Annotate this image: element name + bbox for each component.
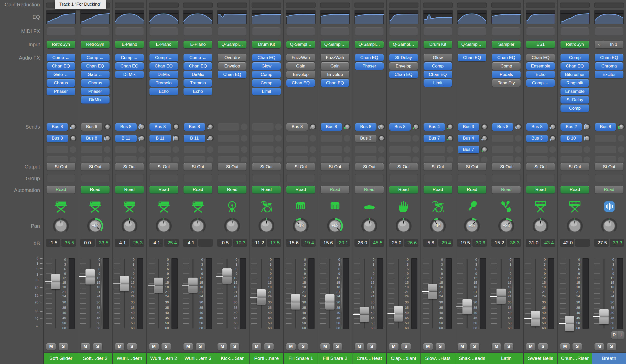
audio-fx-slot-button[interactable]: Chan EQ (424, 71, 452, 78)
audio-fx-slot-button[interactable]: Chorus (47, 79, 75, 87)
send-bus-button[interactable]: Bus 4 (424, 123, 445, 131)
midi-fx-slot[interactable] (595, 27, 623, 36)
track-name-bar[interactable]: Portl…nare (250, 352, 283, 364)
eq-thumbnail[interactable] (46, 10, 76, 24)
fader-db-value[interactable]: -15.2 (491, 239, 506, 247)
send-empty-slot[interactable] (560, 146, 582, 153)
audio-fx-slot-button[interactable]: Comp (252, 71, 281, 78)
send-empty-slot[interactable] (492, 146, 513, 153)
group-slot[interactable] (115, 174, 144, 182)
automation-mode-button[interactable]: Read (424, 186, 452, 194)
automation-mode-button[interactable]: Read (286, 186, 315, 194)
output-button[interactable]: St Out (458, 163, 486, 170)
volume-fader[interactable] (154, 278, 163, 293)
send-empty-slot[interactable] (458, 156, 479, 162)
eq-thumbnail[interactable] (80, 10, 110, 24)
audio-fx-slot-button[interactable]: Comp ← (184, 54, 212, 61)
eq-thumbnail[interactable] (320, 10, 350, 24)
pan-knob[interactable]: +62 (87, 217, 104, 235)
eq-thumbnail[interactable] (526, 10, 555, 24)
audio-fx-slot-button[interactable]: Tremolo (184, 79, 212, 87)
track-name-bar[interactable]: Wurli…dern (113, 352, 146, 364)
input-button[interactable]: RetroSyn (560, 41, 589, 48)
send-empty-slot[interactable] (47, 156, 68, 162)
audio-fx-slot-button[interactable]: Echo (184, 88, 212, 95)
eq-thumbnail[interactable] (286, 10, 316, 24)
send-empty-slot[interactable] (218, 135, 239, 142)
audio-fx-slot-button[interactable]: Chan EQ (355, 54, 384, 61)
pan-knob[interactable]: +17 (463, 217, 481, 235)
audio-fx-slot-button[interactable]: Ensemble (526, 62, 555, 70)
solo-button[interactable]: S (573, 343, 582, 350)
audio-fx-slot-button[interactable]: Phaser (355, 62, 384, 70)
audio-fx-slot-button[interactable]: Comp ← (115, 54, 144, 61)
audio-fx-slot-button[interactable]: Exciter (595, 71, 623, 78)
output-button[interactable]: St Out (47, 163, 75, 170)
audio-fx-slot-button[interactable]: Ringshift (560, 79, 589, 87)
peak-db-value[interactable]: -35.5 (61, 239, 76, 247)
send-empty-slot[interactable] (286, 135, 308, 142)
solo-button[interactable]: S (298, 343, 308, 350)
send-empty-slot[interactable] (47, 146, 68, 153)
midi-fx-slot[interactable] (492, 27, 521, 36)
eq-thumbnail[interactable] (423, 10, 453, 24)
send-empty-slot[interactable] (218, 146, 239, 153)
pan-knob[interactable]: -18 (292, 217, 309, 235)
track-name-bar[interactable]: Sweet Bells (524, 352, 557, 364)
mute-button[interactable]: M (423, 343, 433, 350)
midi-fx-slot[interactable] (458, 27, 486, 36)
audio-fx-slot-button[interactable]: Comp ← (47, 54, 75, 61)
send-empty-slot[interactable] (595, 156, 616, 162)
audio-fx-slot-button[interactable]: Chan EQ (492, 54, 521, 61)
audio-fx-slot-button[interactable]: DirMix (149, 71, 178, 78)
mute-button[interactable]: M (81, 343, 90, 350)
fader-db-value[interactable]: -42.0 (560, 239, 574, 247)
audio-fx-slot-button[interactable]: Comp (560, 54, 589, 61)
pan-knob[interactable] (189, 217, 207, 235)
group-slot[interactable] (252, 174, 281, 182)
group-slot[interactable] (81, 174, 110, 182)
track-name-bar[interactable]: Breath (592, 352, 626, 364)
send-level-knob[interactable] (207, 135, 214, 142)
eq-thumbnail[interactable] (457, 10, 487, 24)
midi-fx-slot[interactable] (355, 27, 384, 36)
output-button[interactable]: St Out (252, 163, 281, 170)
solo-button[interactable]: S (59, 343, 68, 350)
send-bus-button[interactable]: Bus 4 (458, 135, 479, 142)
solo-button[interactable]: S (264, 343, 274, 350)
send-level-knob[interactable] (447, 135, 454, 142)
pan-knob[interactable] (52, 217, 70, 235)
track-name-bar[interactable]: Cras…Heat (352, 352, 386, 364)
eq-thumbnail[interactable] (594, 10, 624, 24)
volume-fader[interactable] (394, 306, 403, 322)
eq-thumbnail[interactable] (149, 10, 179, 24)
output-button[interactable]: St Out (595, 163, 623, 170)
automation-mode-button[interactable]: Read (526, 186, 555, 194)
audio-fx-slot-button[interactable]: Pedals (492, 71, 521, 78)
eq-thumbnail[interactable] (491, 10, 521, 24)
pan-knob[interactable] (532, 217, 549, 235)
send-empty-slot[interactable] (218, 123, 239, 131)
automation-mode-button[interactable]: Read (389, 186, 418, 194)
input-button[interactable]: Q-Sampl… (458, 41, 486, 48)
input-button[interactable]: Q-Sampl… (389, 41, 418, 48)
input-button[interactable]: ES1 (526, 41, 555, 48)
send-bus-button[interactable]: Bus 7 (458, 146, 479, 153)
audio-fx-slot-button[interactable]: Comp ← (81, 54, 110, 61)
volume-fader[interactable] (257, 289, 266, 305)
volume-fader[interactable] (360, 307, 369, 322)
input-button[interactable]: RetroSyn (47, 41, 75, 48)
audio-fx-slot-button[interactable]: Chan EQ (560, 62, 589, 70)
send-level-knob[interactable] (584, 123, 591, 130)
automation-mode-button[interactable]: Read (560, 186, 589, 194)
solo-button[interactable]: S (538, 343, 548, 350)
output-button[interactable]: St Out (149, 163, 178, 170)
send-bus-button[interactable]: Bus 8 (355, 123, 376, 131)
send-bus-button[interactable]: Bus 8 (115, 123, 137, 131)
send-empty-slot[interactable] (389, 135, 411, 142)
audio-fx-slot-button[interactable]: Chan EQ (184, 62, 212, 70)
input-button[interactable]: Drum Kit (252, 41, 281, 48)
midi-fx-slot[interactable] (218, 27, 246, 36)
send-level-knob[interactable] (618, 123, 625, 130)
send-empty-slot[interactable] (184, 156, 205, 162)
